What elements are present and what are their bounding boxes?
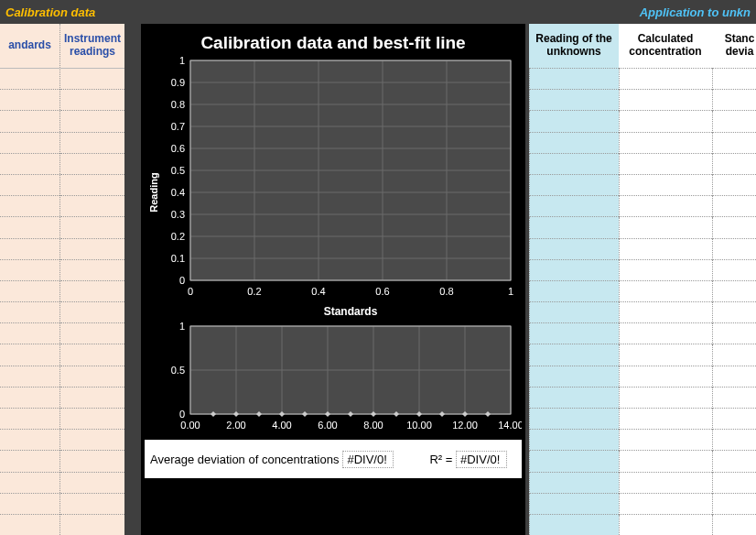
spreadsheet-cell[interactable] [529,154,619,175]
spreadsheet-cell[interactable] [619,69,712,90]
spreadsheet-cell[interactable] [529,473,619,494]
spreadsheet-cell[interactable] [0,154,59,175]
spreadsheet-cell[interactable] [619,196,712,217]
spreadsheet-cell[interactable] [619,366,712,388]
spreadsheet-cell[interactable] [619,90,712,111]
spreadsheet-cell[interactable] [619,323,712,344]
spreadsheet-cell[interactable] [619,239,712,260]
spreadsheet-cell[interactable] [619,344,712,366]
spreadsheet-cell[interactable] [619,260,712,281]
spreadsheet-cell[interactable] [529,260,619,281]
spreadsheet-cell[interactable] [0,409,59,430]
spreadsheet-cell[interactable] [529,133,619,154]
spreadsheet-cell[interactable] [60,111,124,132]
spreadsheet-cell[interactable] [619,133,712,154]
spreadsheet-cell[interactable] [0,494,59,515]
spreadsheet-cell[interactable] [60,69,124,90]
spreadsheet-cell[interactable] [529,90,619,111]
spreadsheet-cell[interactable] [619,111,712,132]
spreadsheet-cell[interactable] [529,451,619,472]
spreadsheet-cell[interactable] [529,175,619,196]
spreadsheet-cell[interactable] [60,302,124,323]
spreadsheet-cell[interactable] [0,473,59,494]
spreadsheet-cell[interactable] [60,451,124,472]
spreadsheet-cell[interactable] [619,473,712,494]
spreadsheet-cell[interactable] [712,366,756,388]
spreadsheet-cell[interactable] [0,260,59,281]
spreadsheet-cell[interactable] [60,281,124,302]
spreadsheet-cell[interactable] [0,323,59,344]
spreadsheet-cell[interactable] [0,344,59,366]
spreadsheet-cell[interactable] [0,133,59,154]
spreadsheet-cell[interactable] [60,90,124,111]
spreadsheet-cell[interactable] [712,344,756,366]
spreadsheet-cell[interactable] [529,69,619,90]
spreadsheet-cell[interactable] [60,217,124,238]
spreadsheet-cell[interactable] [619,281,712,302]
spreadsheet-cell[interactable] [619,175,712,196]
spreadsheet-cell[interactable] [529,388,619,409]
spreadsheet-cell[interactable] [529,239,619,260]
spreadsheet-cell[interactable] [0,515,59,535]
spreadsheet-cell[interactable] [0,430,59,451]
spreadsheet-cell[interactable] [712,239,756,260]
spreadsheet-cell[interactable] [712,133,756,154]
spreadsheet-cell[interactable] [619,451,712,472]
spreadsheet-cell[interactable] [60,323,124,344]
spreadsheet-cell[interactable] [619,494,712,515]
spreadsheet-cell[interactable] [712,473,756,494]
spreadsheet-cell[interactable] [0,196,59,217]
spreadsheet-cell[interactable] [60,409,124,430]
spreadsheet-cell[interactable] [0,175,59,196]
spreadsheet-cell[interactable] [712,69,756,90]
spreadsheet-cell[interactable] [529,494,619,515]
spreadsheet-cell[interactable] [60,196,124,217]
spreadsheet-cell[interactable] [60,133,124,154]
spreadsheet-cell[interactable] [0,388,59,409]
spreadsheet-cell[interactable] [712,302,756,323]
spreadsheet-cell[interactable] [529,366,619,388]
spreadsheet-cell[interactable] [712,217,756,238]
spreadsheet-cell[interactable] [60,388,124,409]
spreadsheet-cell[interactable] [0,239,59,260]
spreadsheet-cell[interactable] [0,451,59,472]
spreadsheet-cell[interactable] [619,515,712,535]
spreadsheet-cell[interactable] [712,175,756,196]
spreadsheet-cell[interactable] [712,154,756,175]
spreadsheet-cell[interactable] [712,430,756,451]
spreadsheet-cell[interactable] [529,111,619,132]
spreadsheet-cell[interactable] [60,154,124,175]
spreadsheet-cell[interactable] [60,430,124,451]
spreadsheet-cell[interactable] [619,409,712,430]
spreadsheet-cell[interactable] [60,260,124,281]
spreadsheet-cell[interactable] [529,344,619,366]
spreadsheet-cell[interactable] [619,302,712,323]
spreadsheet-cell[interactable] [0,111,59,132]
spreadsheet-cell[interactable] [619,430,712,451]
spreadsheet-cell[interactable] [60,494,124,515]
spreadsheet-cell[interactable] [529,409,619,430]
spreadsheet-cell[interactable] [0,90,59,111]
spreadsheet-cell[interactable] [529,217,619,238]
spreadsheet-cell[interactable] [712,260,756,281]
spreadsheet-cell[interactable] [529,281,619,302]
spreadsheet-cell[interactable] [60,344,124,366]
spreadsheet-cell[interactable] [619,388,712,409]
spreadsheet-cell[interactable] [0,69,59,90]
spreadsheet-cell[interactable] [712,494,756,515]
spreadsheet-cell[interactable] [712,281,756,302]
spreadsheet-cell[interactable] [60,473,124,494]
spreadsheet-cell[interactable] [712,90,756,111]
spreadsheet-cell[interactable] [0,366,59,388]
spreadsheet-cell[interactable] [529,515,619,535]
spreadsheet-cell[interactable] [712,323,756,344]
spreadsheet-cell[interactable] [619,217,712,238]
spreadsheet-cell[interactable] [529,323,619,344]
spreadsheet-cell[interactable] [712,451,756,472]
spreadsheet-cell[interactable] [529,430,619,451]
spreadsheet-cell[interactable] [60,239,124,260]
spreadsheet-cell[interactable] [529,302,619,323]
spreadsheet-cell[interactable] [712,196,756,217]
spreadsheet-cell[interactable] [712,388,756,409]
spreadsheet-cell[interactable] [619,154,712,175]
